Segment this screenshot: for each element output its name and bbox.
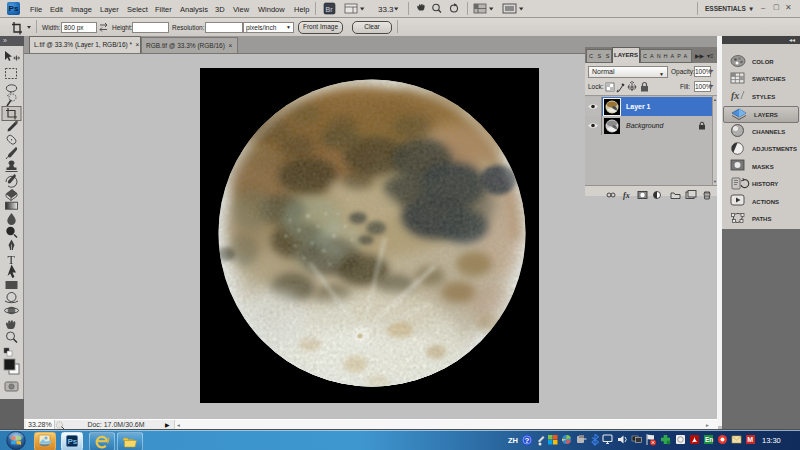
svg-text:M: M — [747, 436, 753, 443]
svg-text:33.3: 33.3 — [378, 5, 394, 14]
svg-text:Ps: Ps — [67, 437, 77, 446]
svg-text:T: T — [8, 253, 16, 267]
svg-text:En: En — [705, 436, 713, 443]
svg-text:fx: fx — [731, 90, 739, 101]
svg-text:?: ? — [525, 436, 530, 445]
svg-text:fx: fx — [623, 191, 630, 200]
svg-text:Br: Br — [326, 6, 334, 13]
